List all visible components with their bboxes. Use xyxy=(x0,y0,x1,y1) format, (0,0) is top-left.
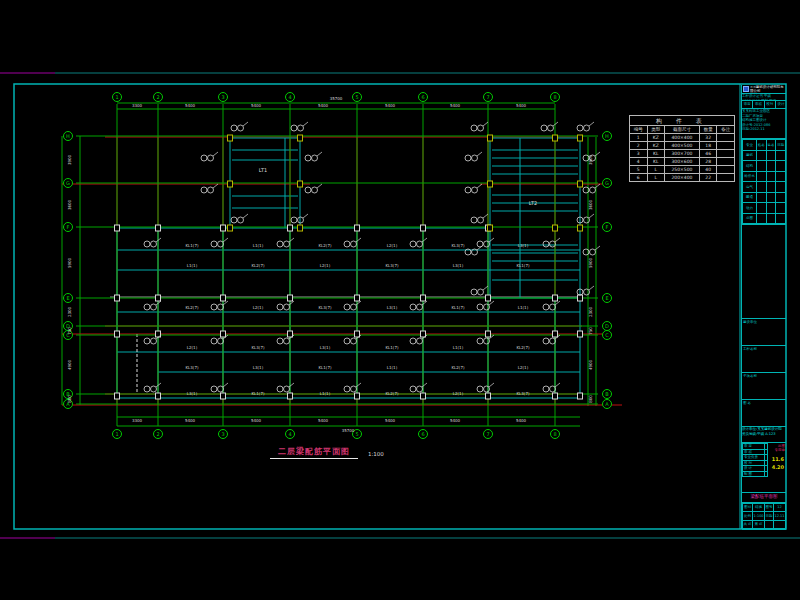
member-table-header: 编号 xyxy=(630,126,648,134)
detail-tag-icon xyxy=(284,338,290,344)
column-marker xyxy=(553,225,558,231)
member-table-cell xyxy=(717,174,735,182)
member-table-cell: 4 xyxy=(630,158,648,166)
detail-tag-icon xyxy=(208,155,214,161)
beam-label: L2(1) xyxy=(320,263,331,268)
member-table-cell: 300×600 xyxy=(665,158,700,166)
detail-tag-icon xyxy=(277,304,283,310)
detail-tag-icon xyxy=(543,386,549,392)
drawing-scale: 1:100 xyxy=(368,451,384,459)
column-marker xyxy=(228,135,233,141)
member-table-row: 5L250×50040 xyxy=(630,166,735,174)
detail-tag-leader xyxy=(223,383,228,387)
detail-tag-icon xyxy=(201,155,207,161)
member-table-cell: KZ xyxy=(647,142,665,150)
dim-text: 4900 xyxy=(588,359,593,370)
cad-sheet: 1122334455667788HHGGFFEEDDCCBBAAKL1(7)L1… xyxy=(0,0,800,600)
detail-tag-icon xyxy=(351,338,357,344)
beam-label: KL1(7) xyxy=(385,345,399,350)
dim-text: 5400 xyxy=(516,103,527,108)
dim-text: 35700 xyxy=(330,96,343,101)
detail-tag-icon xyxy=(291,125,297,131)
detail-tag-icon xyxy=(211,386,217,392)
detail-tag-icon xyxy=(284,386,290,392)
member-table-cell xyxy=(717,134,735,142)
detail-tag-leader xyxy=(489,301,494,305)
member-table-cell: 200×400 xyxy=(665,174,700,182)
beam-label: L2(1) xyxy=(387,243,398,248)
column-marker xyxy=(578,331,583,337)
detail-tag-leader xyxy=(243,214,248,218)
axis-letter: E xyxy=(605,295,608,301)
member-table-header: 备注 xyxy=(717,126,735,134)
column-marker xyxy=(488,225,493,231)
detail-tag-icon xyxy=(484,386,490,392)
dim-text: 5900 xyxy=(588,257,593,268)
detail-tag-icon xyxy=(144,304,150,310)
detail-tag-icon xyxy=(472,155,478,161)
column-marker xyxy=(288,393,293,399)
dim-text: 800 xyxy=(588,395,593,403)
detail-tag-icon xyxy=(298,125,304,131)
detail-tag-icon xyxy=(277,386,283,392)
axis-letter: H xyxy=(605,133,609,139)
drawing-title: 二层梁配筋平面图 1:100 xyxy=(270,446,384,459)
column-marker xyxy=(221,393,226,399)
axis-number: 4 xyxy=(288,431,291,437)
detail-tag-icon xyxy=(590,187,596,193)
tb-bottom-grid: 图别结施图号12比例1:100日期12.11共 张第 张 xyxy=(742,503,786,530)
detail-tag-icon xyxy=(231,217,237,223)
column-marker xyxy=(355,295,360,301)
detail-tag-icon xyxy=(312,155,318,161)
tb-project-line: 日期:2012.11 xyxy=(742,127,786,132)
detail-tag-icon xyxy=(351,241,357,247)
member-table-cell: 6 xyxy=(630,174,648,182)
tb-sign-dense: 审 定审 核专业负责校 对设 计制 图11.64.20出图专用章 xyxy=(742,443,786,493)
detail-tag-icon xyxy=(472,187,478,193)
axis-number: 7 xyxy=(486,94,489,100)
beam-label: KL1(7) xyxy=(516,263,530,268)
beam-label: L3(1) xyxy=(453,263,464,268)
member-table-cell xyxy=(717,166,735,174)
detail-tag-icon xyxy=(201,187,207,193)
detail-tag-icon xyxy=(208,187,214,193)
column-marker xyxy=(115,393,120,399)
detail-tag-icon xyxy=(417,338,423,344)
column-marker xyxy=(486,295,491,301)
detail-tag-leader xyxy=(303,122,308,126)
detail-tag-icon xyxy=(344,338,350,344)
dim-text: 3300 xyxy=(132,103,143,108)
member-table-cell: 3 xyxy=(630,150,648,158)
member-table-row: 1KZ400×40032 xyxy=(630,134,735,142)
detail-tag-leader xyxy=(483,286,488,290)
axis-letter: C xyxy=(605,332,609,338)
detail-tag-leader xyxy=(589,214,594,218)
beam-label: L2(1) xyxy=(187,345,198,350)
member-table-cell: 300×700 xyxy=(665,150,700,158)
member-table-cell: 400×500 xyxy=(665,142,700,150)
column-marker xyxy=(228,225,233,231)
tb-empty-box xyxy=(742,225,786,319)
dim-text: 3600 xyxy=(67,199,72,210)
column-marker xyxy=(115,295,120,301)
detail-tag-icon xyxy=(484,304,490,310)
member-table-title: 构 件 表 xyxy=(630,116,735,126)
dim-text: 5400 xyxy=(185,418,196,423)
tb-labeled-box: 工程名称 xyxy=(742,346,786,373)
detail-tag-icon xyxy=(477,338,483,344)
axis-letter: B xyxy=(605,391,609,397)
detail-tag-icon xyxy=(484,338,490,344)
tb-firm-line: 设计单位:某某建筑设计院 xyxy=(742,427,786,432)
detail-tag-icon xyxy=(144,338,150,344)
tb-firm: 设计单位:某某建筑设计院资质等级:甲级 A-123 xyxy=(742,427,786,443)
column-marker xyxy=(221,331,226,337)
member-table-cell: L xyxy=(647,166,665,174)
beam-label: KL3(7) xyxy=(516,391,530,396)
beam-label: KL2(7) xyxy=(251,263,265,268)
member-table-cell: 46 xyxy=(699,150,717,158)
axis-letter: E xyxy=(66,295,69,301)
column-marker xyxy=(421,225,426,231)
detail-tag-icon xyxy=(351,386,357,392)
dim-text: 35700 xyxy=(342,428,355,433)
detail-tag-icon xyxy=(477,304,483,310)
